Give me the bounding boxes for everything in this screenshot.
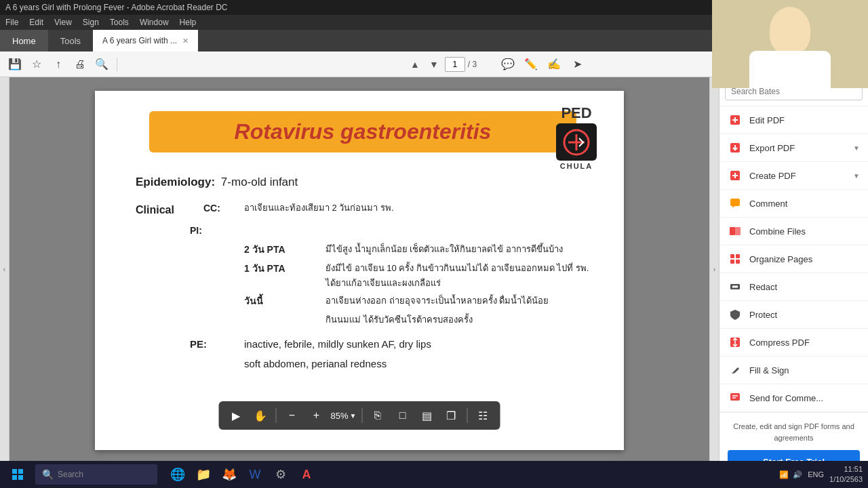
fill-sign-label: Fill & Sign xyxy=(749,365,860,375)
export-pdf-label: Export PDF xyxy=(749,143,846,153)
page-number-input[interactable] xyxy=(445,57,465,72)
right-menu-export-pdf[interactable]: Export PDF ▼ xyxy=(719,134,868,162)
start-button[interactable] xyxy=(5,464,30,485)
pi-today-label: วันนี้ xyxy=(244,293,326,310)
more-tools-btn[interactable]: ☷ xyxy=(473,405,493,426)
right-menu-redact[interactable]: Redact xyxy=(719,273,868,301)
pi-2day-label: 2 วัน PTA xyxy=(244,242,326,258)
split-view-btn[interactable]: ▤ xyxy=(416,405,437,426)
right-menu-compress-pdf[interactable]: Compress PDF xyxy=(719,329,868,357)
cc-value: อาเจียนและท้องเสียมา 2 วันก่อนมา รพ. xyxy=(244,201,590,219)
fill-sign-icon xyxy=(728,363,743,378)
right-menu-edit-pdf[interactable]: Edit PDF xyxy=(719,106,868,134)
right-menu-fill-sign[interactable]: Fill & Sign xyxy=(719,357,868,384)
svg-rect-27 xyxy=(12,475,17,480)
ped-logo: PED CHULA xyxy=(549,104,604,170)
right-menu-organize-pages[interactable]: Organize Pages xyxy=(719,245,868,273)
clinical-table: Clinical CC: อาเจียนและท้องเสียมา 2 วันก… xyxy=(136,201,590,373)
create-pdf-arrow: ▼ xyxy=(853,172,860,180)
hand-tool-btn[interactable]: ✋ xyxy=(250,405,271,426)
video-person xyxy=(712,0,868,88)
taskbar-word-icon[interactable]: W xyxy=(243,464,267,485)
taskbar-unknown-icon[interactable]: ⚙ xyxy=(269,464,293,485)
menu-view[interactable]: View xyxy=(54,18,72,27)
right-menu-protect[interactable]: Protect xyxy=(719,301,868,329)
epidemiology-label: Epidemiology: xyxy=(136,176,215,188)
protect-icon xyxy=(728,307,743,322)
menu-sign[interactable]: Sign xyxy=(83,18,99,27)
send-comment-icon xyxy=(728,390,743,405)
taskbar-ie-icon[interactable]: 🌐 xyxy=(165,464,190,485)
menu-tools[interactable]: Tools xyxy=(110,18,129,27)
tab-doc[interactable]: A 6 years Girl with ... ✕ xyxy=(93,30,198,52)
search-icon[interactable]: 🔍 xyxy=(92,55,111,74)
main-area: ‹ PED CHULA Rotavirus gastroenterit xyxy=(0,77,868,461)
menu-window[interactable]: Window xyxy=(140,18,169,27)
right-menu-comment[interactable]: Comment xyxy=(719,190,868,218)
taskbar-firefox-icon[interactable]: 🦊 xyxy=(217,464,241,485)
zoom-in-btn[interactable]: + xyxy=(307,405,327,426)
menu-edit[interactable]: Edit xyxy=(29,18,43,27)
taskbar-search[interactable]: 🔍 Search xyxy=(35,464,157,485)
pe-label: PE: xyxy=(190,336,244,353)
footer-text: Create, edit and sign PDF forms and agre… xyxy=(728,421,860,443)
bookmark-icon[interactable]: ☆ xyxy=(27,55,46,74)
right-menu-create-pdf[interactable]: Create PDF ▼ xyxy=(719,162,868,190)
pdf-title-box: Rotavirus gastroenteritis xyxy=(149,111,576,152)
zoom-dropdown-arrow[interactable]: ▼ xyxy=(350,412,357,420)
redact-icon xyxy=(728,279,743,294)
tab-tools[interactable]: Tools xyxy=(48,30,93,52)
tab-home[interactable]: Home xyxy=(0,30,48,52)
taskbar-apps: 🌐 📁 🦊 W ⚙ A xyxy=(165,464,319,485)
menu-help[interactable]: Help xyxy=(180,18,197,27)
right-panel-toggle[interactable]: › xyxy=(709,77,719,461)
epidemiology-row: Epidemiology: 7-mo-old infant xyxy=(136,173,590,192)
zoom-value: 85% xyxy=(331,411,349,421)
menu-file[interactable]: File xyxy=(5,18,18,27)
svg-marker-11 xyxy=(732,206,735,208)
right-menu-combine-files[interactable]: Combine Files xyxy=(719,218,868,245)
send-icon[interactable]: ➤ xyxy=(568,55,587,74)
taskbar-right: 📶 🔊 ENG 11:51 1/10/2563 xyxy=(779,464,863,485)
pe-value-2: soft abdomen, perianal redness xyxy=(244,355,590,373)
upload-icon[interactable]: ↑ xyxy=(49,55,68,74)
pi-header-row: PI: xyxy=(190,223,590,239)
stamp-icon[interactable]: ✍ xyxy=(545,55,564,74)
pi-1day-row: 1 วัน PTA ยังมีไข้ อาเจียน 10 ครั้ง กินข… xyxy=(244,261,590,291)
right-panel-footer: Create, edit and sign PDF forms and agre… xyxy=(719,412,868,461)
fullscreen-btn[interactable]: ❒ xyxy=(441,405,461,426)
compress-pdf-label: Compress PDF xyxy=(749,338,860,348)
print-icon[interactable]: 🖨 xyxy=(71,55,90,74)
pe-value-1: inactive, febrile, mildly sunken AF, dry… xyxy=(244,336,590,353)
video-content xyxy=(712,0,868,88)
prev-page-btn[interactable]: ▲ xyxy=(407,56,423,73)
copy-btn[interactable]: ⎘ xyxy=(368,405,388,426)
page-total: / 3 xyxy=(468,60,477,69)
send-comment-label: Send for Comme... xyxy=(749,393,860,403)
pi-vaccine-label xyxy=(244,312,326,327)
close-tab-icon[interactable]: ✕ xyxy=(182,37,189,45)
svg-rect-16 xyxy=(730,260,734,264)
taskbar-acrobat-icon[interactable]: A xyxy=(294,464,319,485)
left-panel-toggle[interactable]: ‹ xyxy=(0,77,9,461)
pi-label: PI: xyxy=(190,223,231,239)
taskbar-lang: ENG xyxy=(808,470,824,479)
zoom-out-btn[interactable]: − xyxy=(282,405,302,426)
select-tool-btn[interactable]: ▶ xyxy=(226,405,246,426)
clinical-main-row: Clinical CC: อาเจียนและท้องเสียมา 2 วันก… xyxy=(136,201,590,219)
create-pdf-label: Create PDF xyxy=(749,171,846,181)
next-page-btn[interactable]: ▼ xyxy=(426,56,442,73)
save-icon[interactable]: 💾 xyxy=(5,55,24,74)
taskbar-explorer-icon[interactable]: 📁 xyxy=(191,464,216,485)
toolbar-right-icons: 💬 ✏️ ✍ ➤ xyxy=(498,55,587,74)
edit-pdf-label: Edit PDF xyxy=(749,115,860,125)
right-menu-send-comment[interactable]: Send for Comme... xyxy=(719,384,868,412)
right-panel: Edit PDF Export PDF ▼ Create PDF ▼ Comme… xyxy=(719,77,868,461)
comment-icon[interactable]: 💬 xyxy=(498,55,517,74)
annotate-icon[interactable]: ✏️ xyxy=(521,55,540,74)
fit-page-btn[interactable]: □ xyxy=(392,405,412,426)
ped-text: PED xyxy=(549,104,604,122)
chula-text: CHULA xyxy=(549,162,604,170)
svg-rect-14 xyxy=(730,254,734,258)
start-free-trial-button[interactable]: Start Free Trial xyxy=(728,450,860,461)
